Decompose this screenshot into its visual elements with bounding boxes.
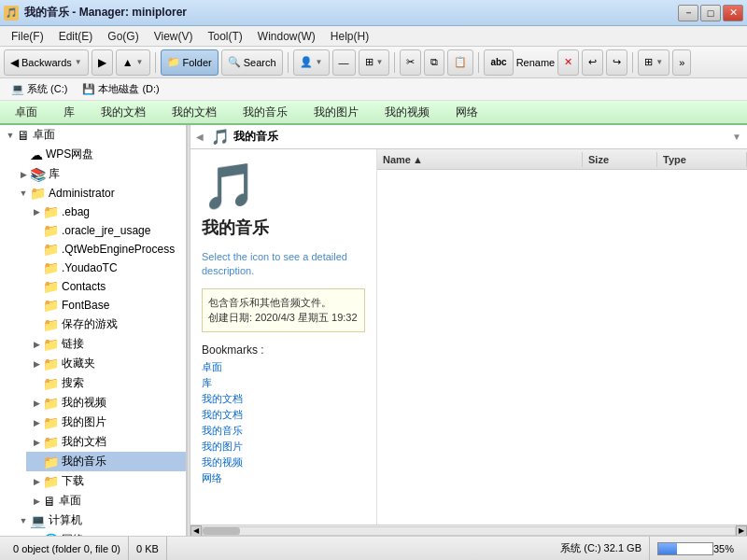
toggle-favorites[interactable]: ▶ bbox=[30, 359, 43, 369]
tab-library[interactable]: 库 bbox=[54, 102, 84, 123]
tree-item-myphotos[interactable]: ▶ 📁 我的图片 bbox=[26, 413, 186, 432]
view-button[interactable]: ⊞ ▼ bbox=[359, 49, 390, 76]
more-button[interactable]: ⊞ ▼ bbox=[638, 49, 669, 76]
tree-item-links[interactable]: ▶ 📁 链接 bbox=[26, 334, 186, 354]
status-objects: 0 object (folder 0, file 0) bbox=[6, 537, 129, 560]
bookmark-mymusic[interactable]: 我的音乐 bbox=[202, 424, 365, 438]
toggle-links[interactable]: ▶ bbox=[30, 340, 43, 349]
menu-view[interactable]: View(V) bbox=[147, 28, 201, 45]
bookmark-mydoc2[interactable]: 我的文档 bbox=[202, 408, 365, 422]
bookmark-myphotos[interactable]: 我的图片 bbox=[202, 440, 365, 454]
toggle-desktop2[interactable]: ▶ bbox=[30, 497, 43, 506]
bookmark-network[interactable]: 网络 bbox=[202, 471, 365, 485]
minimize-button[interactable]: － bbox=[678, 5, 698, 21]
tree-item-mymusic[interactable]: 📁 我的音乐 bbox=[26, 452, 186, 471]
backwards-dropdown-icon[interactable]: ▼ bbox=[75, 58, 82, 66]
addressbar-expand-icon[interactable]: ▼ bbox=[732, 132, 741, 142]
tree-item-youdao[interactable]: 📁 .YoudaoTC bbox=[26, 259, 186, 277]
redo-button[interactable]: ↪ bbox=[606, 49, 627, 76]
profile-button[interactable]: 👤 ▼ bbox=[293, 49, 330, 76]
tree-item-search[interactable]: 📁 搜索 bbox=[26, 373, 186, 393]
tree-item-contacts[interactable]: 📁 Contacts bbox=[26, 277, 186, 296]
menu-go[interactable]: Go(G) bbox=[100, 28, 146, 45]
toggle-computer[interactable]: ▼ bbox=[17, 516, 30, 525]
horizontal-scrollbar[interactable]: ◀ ▶ bbox=[190, 525, 747, 536]
menu-window[interactable]: Window(W) bbox=[250, 28, 323, 45]
tree-item-desktop2[interactable]: ▶ 🖥 卓面 bbox=[26, 491, 186, 511]
tab-mydoc1[interactable]: 我的文档 bbox=[92, 102, 155, 123]
nav-back-small[interactable]: ◀ bbox=[196, 132, 204, 142]
tree-item-saved-games[interactable]: 📁 保存的游戏 bbox=[26, 315, 186, 334]
toggle-myphotos[interactable]: ▶ bbox=[30, 418, 43, 427]
backwards-button[interactable]: ◀ Backwards ▼ bbox=[4, 49, 89, 76]
toggle-desktop[interactable]: ▼ bbox=[4, 131, 17, 140]
toggle-mydocuments[interactable]: ▶ bbox=[30, 438, 43, 447]
up-button[interactable]: ▲ ▼ bbox=[116, 49, 150, 76]
tree-item-admin[interactable]: ▼ 📁 Administrator bbox=[13, 184, 186, 203]
search-button[interactable]: 🔍 Search bbox=[221, 49, 283, 76]
bookmark-myvideos[interactable]: 我的视频 bbox=[202, 455, 365, 469]
toggle-downloads[interactable]: ▶ bbox=[30, 477, 43, 486]
tab-myvideos[interactable]: 我的视频 bbox=[375, 102, 439, 123]
toggle-myvideos[interactable]: ▶ bbox=[30, 399, 43, 408]
profile-dropdown-icon[interactable]: ▼ bbox=[316, 58, 323, 66]
preview-title: 我的音乐 bbox=[202, 217, 365, 239]
tab-desktop[interactable]: 卓面 bbox=[6, 102, 47, 123]
col-header-size[interactable]: Size bbox=[583, 152, 657, 167]
undo-button[interactable]: ↩ bbox=[582, 49, 603, 76]
abc-button[interactable]: abc bbox=[484, 49, 513, 76]
col-header-name[interactable]: Name ▲ bbox=[377, 152, 583, 167]
left-tree-panel[interactable]: ▼ 🖥 卓面 ☁ WPS网盘 ▶ 📚 库 ▼ 📁 Administrator ▶… bbox=[0, 125, 187, 536]
tab-network[interactable]: 网络 bbox=[446, 102, 487, 123]
minus-button[interactable]: — bbox=[332, 49, 356, 76]
tree-item-ebag[interactable]: ▶ 📁 .ebag bbox=[26, 203, 186, 221]
tab-mymusic[interactable]: 我的音乐 bbox=[233, 102, 297, 123]
col-header-type[interactable]: Type bbox=[657, 152, 747, 167]
drive-c[interactable]: 💻 系统 (C:) bbox=[6, 80, 73, 98]
tree-item-desktop[interactable]: ▼ 🖥 卓面 bbox=[0, 125, 186, 145]
bookmark-mydoc1[interactable]: 我的文档 bbox=[202, 392, 365, 406]
tree-item-mydocuments[interactable]: ▶ 📁 我的文档 bbox=[26, 432, 186, 452]
forward-button[interactable]: ▶ bbox=[92, 49, 113, 76]
hscroll-thumb[interactable] bbox=[203, 527, 240, 535]
up-dropdown-icon[interactable]: ▼ bbox=[136, 58, 144, 66]
cut-button[interactable]: ✂ bbox=[400, 49, 421, 76]
right-content: 🎵 我的音乐 Select the icon to see a detailed… bbox=[190, 149, 747, 525]
tree-item-fontbase[interactable]: 📁 FontBase bbox=[26, 296, 186, 315]
tree-label-links: 链接 bbox=[62, 336, 84, 352]
menu-tool[interactable]: Tool(T) bbox=[201, 28, 250, 45]
folder-button[interactable]: 📁 Folder bbox=[161, 49, 218, 76]
tree-item-network[interactable]: 🌐 网络 bbox=[26, 530, 186, 536]
drive-d[interactable]: 💾 本地磁盘 (D:) bbox=[77, 80, 164, 98]
toggle-ebag[interactable]: ▶ bbox=[30, 207, 43, 217]
view-dropdown-icon[interactable]: ▼ bbox=[376, 58, 384, 66]
tree-item-library[interactable]: ▶ 📚 库 bbox=[13, 164, 186, 184]
copy-button[interactable]: ⧉ bbox=[424, 49, 444, 76]
paste-button[interactable]: 📋 bbox=[447, 49, 473, 76]
tab-myphotos[interactable]: 我的图片 bbox=[304, 102, 368, 123]
more-dropdown-icon[interactable]: ▼ bbox=[655, 58, 663, 66]
maximize-button[interactable]: □ bbox=[700, 5, 721, 21]
bookmark-desktop[interactable]: 卓面 bbox=[202, 360, 365, 374]
tree-item-qtwebengine[interactable]: 📁 .QtWebEngineProcess bbox=[26, 240, 186, 259]
toggle-admin[interactable]: ▼ bbox=[17, 189, 30, 198]
tree-label-favorites: 收藏夹 bbox=[62, 356, 95, 371]
delete-button[interactable]: ✕ bbox=[557, 49, 579, 76]
tree-item-downloads[interactable]: ▶ 📁 下载 bbox=[26, 471, 186, 491]
hscroll-left-button[interactable]: ◀ bbox=[190, 525, 202, 537]
bookmark-library[interactable]: 库 bbox=[202, 376, 365, 390]
tree-item-oracle[interactable]: 📁 .oracle_jre_usage bbox=[26, 221, 186, 240]
tab-mydoc2[interactable]: 我的文档 bbox=[162, 102, 226, 123]
close-button[interactable]: ✕ bbox=[723, 5, 743, 21]
tree-item-favorites[interactable]: ▶ 📁 收藏夹 bbox=[26, 354, 186, 373]
expand-button[interactable]: » bbox=[672, 49, 691, 76]
hscroll-right-button[interactable]: ▶ bbox=[736, 525, 747, 537]
toggle-library[interactable]: ▶ bbox=[17, 170, 30, 179]
hscroll-track[interactable] bbox=[202, 526, 736, 536]
menu-help[interactable]: Help(H) bbox=[323, 28, 376, 45]
tree-item-computer[interactable]: ▼ 💻 计算机 bbox=[13, 511, 186, 530]
menu-edit[interactable]: Edit(E) bbox=[51, 28, 101, 45]
menu-file[interactable]: File(F) bbox=[4, 28, 51, 45]
tree-item-myvideos[interactable]: ▶ 📁 我的视频 bbox=[26, 393, 186, 413]
tree-item-wps[interactable]: ☁ WPS网盘 bbox=[13, 145, 186, 164]
